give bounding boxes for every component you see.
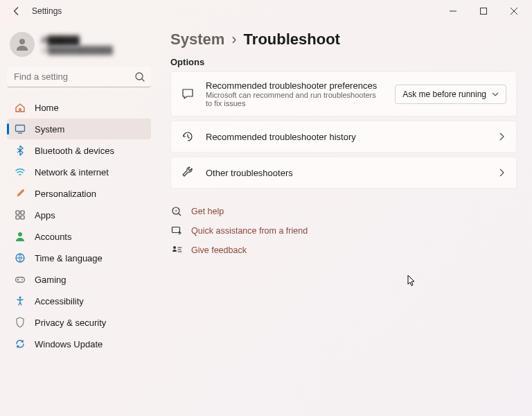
svg-point-11 bbox=[21, 279, 23, 281]
card-troubleshooter-history[interactable]: Recommended troubleshooter history bbox=[170, 121, 517, 153]
sidebar-item-update[interactable]: Windows Update bbox=[7, 333, 151, 354]
link-label: Give feedback bbox=[191, 245, 247, 255]
nav-list: Home System Bluetooth & devices Network … bbox=[7, 97, 151, 354]
close-button[interactable] bbox=[499, 0, 529, 22]
sidebar-item-label: Apps bbox=[35, 210, 55, 220]
card-subtitle: Microsoft can recommend and run troubles… bbox=[206, 91, 384, 107]
sidebar-item-bluetooth[interactable]: Bluetooth & devices bbox=[7, 140, 151, 161]
svg-text:?: ? bbox=[175, 209, 177, 214]
breadcrumb: System › Troubleshoot bbox=[170, 31, 517, 49]
update-icon bbox=[14, 338, 26, 350]
wifi-icon bbox=[14, 166, 26, 178]
sidebar-item-home[interactable]: Home bbox=[7, 97, 151, 118]
history-icon bbox=[181, 130, 195, 144]
svg-rect-0 bbox=[481, 8, 487, 15]
titlebar: Settings bbox=[0, 0, 532, 22]
svg-rect-4 bbox=[16, 211, 19, 214]
back-button[interactable] bbox=[8, 3, 25, 19]
sidebar-item-apps[interactable]: Apps bbox=[7, 205, 151, 225]
card-troubleshooter-preferences: Recommended troubleshooter preferences M… bbox=[170, 71, 517, 116]
sidebar-item-label: Time & language bbox=[35, 253, 103, 263]
link-get-help[interactable]: ? Get help bbox=[170, 205, 517, 218]
sidebar-item-gaming[interactable]: Gaming bbox=[7, 269, 151, 290]
sidebar-item-label: Bluetooth & devices bbox=[35, 146, 114, 156]
search-input[interactable] bbox=[7, 67, 151, 87]
svg-rect-10 bbox=[16, 277, 25, 282]
page-title: Troubleshoot bbox=[244, 31, 340, 49]
accessibility-icon bbox=[14, 295, 26, 307]
sidebar-item-label: Privacy & security bbox=[35, 318, 106, 328]
link-label: Quick assistance from a friend bbox=[191, 226, 308, 236]
sidebar-item-label: Personalization bbox=[35, 189, 96, 199]
dropdown-label: Ask me before running bbox=[402, 89, 486, 99]
main-content: System › Troubleshoot Options Recommende… bbox=[158, 22, 532, 416]
card-other-troubleshooters[interactable]: Other troubleshooters bbox=[170, 157, 517, 189]
chevron-right-icon: › bbox=[231, 31, 236, 49]
globe-icon bbox=[14, 252, 26, 264]
feedback-icon bbox=[170, 244, 183, 257]
apps-icon bbox=[14, 209, 26, 221]
search-box[interactable] bbox=[7, 67, 151, 87]
svg-rect-5 bbox=[21, 211, 24, 214]
bluetooth-icon bbox=[14, 144, 26, 157]
gamepad-icon bbox=[14, 273, 26, 286]
sidebar-item-label: Home bbox=[35, 103, 59, 113]
link-feedback[interactable]: Give feedback bbox=[170, 244, 517, 257]
sidebar-item-label: Gaming bbox=[35, 275, 66, 285]
card-title: Recommended troubleshooter history bbox=[206, 132, 486, 142]
svg-point-1 bbox=[19, 39, 25, 44]
sidebar-item-label: Network & internet bbox=[35, 167, 109, 177]
link-quick-assist[interactable]: Quick assistance from a friend bbox=[170, 225, 517, 237]
window-title: Settings bbox=[32, 6, 62, 16]
sidebar-item-time[interactable]: Time & language bbox=[7, 248, 151, 268]
profile-block[interactable]: P█████ sr████████████ bbox=[7, 28, 151, 67]
card-title: Other troubleshooters bbox=[206, 168, 486, 178]
sidebar-item-accounts[interactable]: Accounts bbox=[7, 226, 151, 247]
minimize-button[interactable] bbox=[438, 0, 468, 22]
svg-point-16 bbox=[173, 246, 176, 249]
system-icon bbox=[14, 123, 26, 135]
sidebar-item-personalization[interactable]: Personalization bbox=[7, 183, 151, 204]
sidebar-item-label: Accounts bbox=[35, 232, 71, 242]
maximize-button[interactable] bbox=[468, 0, 499, 22]
sidebar-item-accessibility[interactable]: Accessibility bbox=[7, 291, 151, 311]
svg-rect-7 bbox=[21, 216, 24, 219]
help-icon: ? bbox=[170, 205, 183, 218]
svg-point-12 bbox=[19, 297, 21, 299]
shield-icon bbox=[14, 316, 26, 329]
sidebar-item-label: System bbox=[35, 124, 64, 135]
breadcrumb-parent[interactable]: System bbox=[170, 31, 224, 49]
search-icon bbox=[134, 71, 145, 83]
sidebar-item-label: Accessibility bbox=[35, 296, 84, 306]
profile-email: sr████████████ bbox=[42, 46, 113, 54]
link-label: Get help bbox=[191, 207, 224, 216]
svg-point-8 bbox=[18, 232, 22, 236]
card-title: Recommended troubleshooter preferences bbox=[206, 80, 384, 91]
sidebar-item-label: Windows Update bbox=[35, 339, 103, 349]
sidebar-item-system[interactable]: System bbox=[7, 119, 151, 139]
sidebar: P█████ sr████████████ Home System Blueto… bbox=[0, 22, 158, 416]
screen-share-icon bbox=[170, 225, 183, 237]
chevron-down-icon bbox=[492, 91, 499, 98]
wrench-icon bbox=[181, 166, 195, 180]
sidebar-item-network[interactable]: Network & internet bbox=[7, 162, 151, 182]
svg-rect-3 bbox=[16, 125, 25, 132]
home-icon bbox=[14, 101, 26, 114]
avatar bbox=[10, 32, 35, 57]
profile-name: P█████ bbox=[42, 35, 113, 46]
section-label-options: Options bbox=[170, 57, 517, 67]
preferences-dropdown[interactable]: Ask me before running bbox=[395, 85, 506, 104]
svg-point-2 bbox=[136, 73, 143, 80]
svg-rect-6 bbox=[16, 216, 19, 219]
chevron-right-icon bbox=[497, 168, 506, 177]
sidebar-item-privacy[interactable]: Privacy & security bbox=[7, 312, 151, 333]
chevron-right-icon bbox=[497, 132, 506, 141]
brush-icon bbox=[14, 187, 26, 200]
person-icon bbox=[14, 230, 26, 243]
chat-icon bbox=[181, 87, 195, 101]
related-links: ? Get help Quick assistance from a frien… bbox=[170, 205, 517, 257]
